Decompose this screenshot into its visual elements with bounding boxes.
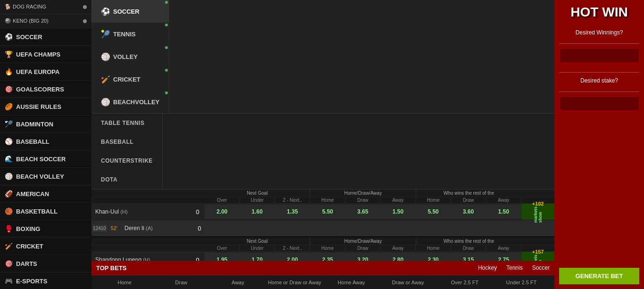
- odd-cell[interactable]: 1.60: [240, 205, 275, 219]
- sidebar-label-beach-soccer: BEACH SOCCER: [16, 156, 66, 163]
- tab-tennis[interactable]: 🎾TENNIS: [91, 23, 169, 45]
- next-goal-label: Next Goal: [205, 190, 310, 197]
- top-bet-tennis[interactable]: Tennis: [506, 264, 523, 271]
- tab-cricket[interactable]: 🏏CRICKET: [91, 68, 169, 91]
- generate-bet-button[interactable]: GENERATE BET: [559, 268, 639, 284]
- odd-cell[interactable]: 1.70: [240, 253, 275, 261]
- sidebar-icon-soccer: ⚽: [5, 33, 12, 41]
- sidebar-label-badminton: BADMINTON: [16, 121, 53, 128]
- market-labels: Next Goal Home/Draw/Away Who wins the re…: [205, 238, 521, 245]
- market-count-12409[interactable]: +157 show markets: [521, 252, 554, 261]
- ng-sublabel: 2 - Next..: [275, 197, 310, 203]
- show-markets-label: show markets: [533, 255, 543, 261]
- sidebar-label-e-sports: E-SPORTS: [16, 278, 47, 285]
- divider3: [559, 91, 639, 92]
- odd-cell[interactable]: 1.35: [275, 205, 310, 219]
- bb2-under: Under 2.5 FT: [493, 280, 550, 285]
- hda-label: Home/Draw/Away: [310, 190, 416, 197]
- odd-cell[interactable]: 1.50: [380, 205, 416, 219]
- tab2-counterstrike[interactable]: COUNTERSTRIKE: [91, 151, 163, 170]
- home-team-12410: Khan-Uul (H): [91, 206, 190, 217]
- corner-badge: [165, 1, 168, 4]
- matches-container: Next Goal Home/Draw/Away Who wins the re…: [91, 190, 554, 261]
- odd-cell[interactable]: 5.50: [416, 205, 451, 219]
- tab-beachvolley[interactable]: 🏐BEACHVOLLEY: [91, 91, 169, 113]
- sidebar-icon-e-sports: 🎮: [5, 277, 12, 285]
- odd-cell[interactable]: 3.60: [451, 205, 487, 219]
- top-bet-soccer[interactable]: Soccer: [532, 264, 550, 271]
- dot-icon: [83, 5, 87, 9]
- tab2-dota[interactable]: DOTA: [91, 170, 163, 189]
- match-sublabel-row-12410: OverUnder2 - Next.. HomeDrawAway HomeDra…: [91, 197, 554, 204]
- sidebar-icon-baseball: ⚾: [5, 138, 12, 145]
- market-count-12410[interactable]: +102 show markets: [521, 204, 554, 220]
- odd-cell[interactable]: 1.95: [205, 253, 240, 261]
- top-bet-hockey[interactable]: Hockey: [478, 264, 497, 271]
- sidebar-label-soccer: SOCCER: [16, 33, 42, 41]
- hda-sublabel: Home: [310, 245, 346, 251]
- sidebar-item-goalscorers[interactable]: 🎯GOALSCORERS: [0, 81, 91, 98]
- sidebar-label-cricket: CRICKET: [16, 243, 43, 250]
- sidebar-item-badminton[interactable]: 🏸BADMINTON: [0, 116, 91, 133]
- sidebar-item-aussie-rules[interactable]: 🏉AUSSIE RULES: [0, 98, 91, 116]
- spacer2: [91, 197, 205, 203]
- match-sublabel-row-12409: OverUnder2 - Next.. HomeDrawAway HomeDra…: [91, 245, 554, 252]
- odd-cell[interactable]: 2.75: [486, 253, 521, 261]
- odd-cell[interactable]: 3.15: [451, 253, 487, 261]
- odd-cell[interactable]: 2.80: [380, 253, 416, 261]
- sidebar-item-keno[interactable]: 🎱 KENO (BIG 20): [0, 14, 91, 28]
- bb2-home: Home: [96, 280, 153, 285]
- sidebar-item-dog-racing[interactable]: 🐕 DOG RACING: [0, 0, 91, 14]
- sidebar: 🐕 DOG RACING 🎱 KENO (BIG 20) ⚽SOCCER🏆UEF…: [0, 0, 91, 289]
- sidebar-item-boxing[interactable]: 🥊BOXING: [0, 220, 91, 238]
- odd-cell[interactable]: 3.65: [346, 205, 381, 219]
- ww-sublabel: Away: [486, 245, 521, 251]
- market-labels: Next Goal Home/Draw/Away Who wins the re…: [205, 190, 521, 197]
- tab-soccer[interactable]: ⚽SOCCER: [91, 0, 169, 23]
- keno-label: 🎱 KENO (BIG 20): [5, 18, 49, 24]
- ng-sublabel: Over: [205, 197, 240, 203]
- tab-label-volley: VOLLEY: [113, 53, 138, 60]
- match-id-val: 12410: [93, 226, 106, 231]
- tab-volley[interactable]: 🏐VOLLEY: [91, 45, 169, 68]
- tab2-table-tennis[interactable]: TABLE TENNIS: [91, 114, 163, 132]
- corner-badge: [165, 69, 168, 72]
- divider1: [559, 43, 639, 44]
- sidebar-item-cricket[interactable]: 🏏CRICKET: [0, 238, 91, 255]
- odd-cell[interactable]: 5.50: [310, 205, 346, 219]
- sidebar-item-darts[interactable]: 🎯DARTS: [0, 255, 91, 272]
- odd-cell[interactable]: 2.00: [205, 205, 240, 219]
- corner-badge: [165, 91, 168, 94]
- bottom-bar2: Home Draw Away Home or Draw or Away Home…: [91, 275, 554, 289]
- odd-cell[interactable]: 3.20: [346, 253, 381, 261]
- sidebar-item-beach-soccer[interactable]: 🌊BEACH SOCCER: [0, 150, 91, 168]
- sidebar-icon-beach-volley: 🏐: [5, 173, 12, 180]
- sidebar-item-basketball[interactable]: 🏀BASKETBALL: [0, 203, 91, 220]
- tab-label-tennis: TENNIS: [113, 31, 136, 38]
- sidebar-item-uefa-europa[interactable]: 🔥UEFA EUROPA: [0, 63, 91, 81]
- sidebar-label-uefa-europa: UEFA EUROPA: [16, 68, 59, 75]
- home-team-12409: Shandong Luneng (H): [91, 255, 190, 261]
- sidebar-item-beach-volley[interactable]: 🏐BEACH VOLLEY: [0, 168, 91, 185]
- sidebar-icon-uefa-champs: 🏆: [5, 50, 12, 58]
- sidebar-item-baseball[interactable]: ⚾BASEBALL: [0, 133, 91, 150]
- spacer1: [91, 238, 205, 245]
- sidebar-label-aussie-rules: AUSSIE RULES: [16, 103, 61, 110]
- sidebar-item-soccer[interactable]: ⚽SOCCER: [0, 28, 91, 46]
- odd-cell[interactable]: 2.00: [275, 253, 310, 261]
- desired-winnings-input[interactable]: [559, 49, 639, 63]
- corner-badge: [165, 24, 168, 26]
- tab-icon-soccer: ⚽: [101, 7, 110, 16]
- desired-stake-input[interactable]: [559, 97, 639, 111]
- top-tabs-container: ⚽SOCCER🎾TENNIS🏐VOLLEY🏏CRICKET🏐BEACHVOLLE…: [91, 0, 169, 113]
- sidebar-item-uefa-champs[interactable]: 🏆UEFA CHAMPS: [0, 46, 91, 63]
- sidebar-item-e-sports[interactable]: 🎮E-SPORTS: [0, 272, 91, 289]
- odd-cell[interactable]: 2.30: [416, 253, 451, 261]
- tab2-baseball[interactable]: BASEBALL: [91, 132, 163, 151]
- hot-win-title: HOT WIN: [570, 5, 627, 20]
- odd-cell[interactable]: 1.50: [486, 205, 521, 219]
- ng-sublabel: Over: [205, 245, 240, 251]
- odd-cell[interactable]: 2.35: [310, 253, 346, 261]
- sidebar-item-american[interactable]: 🏈AMERICAN: [0, 185, 91, 203]
- bb2-draw: Draw: [153, 280, 209, 285]
